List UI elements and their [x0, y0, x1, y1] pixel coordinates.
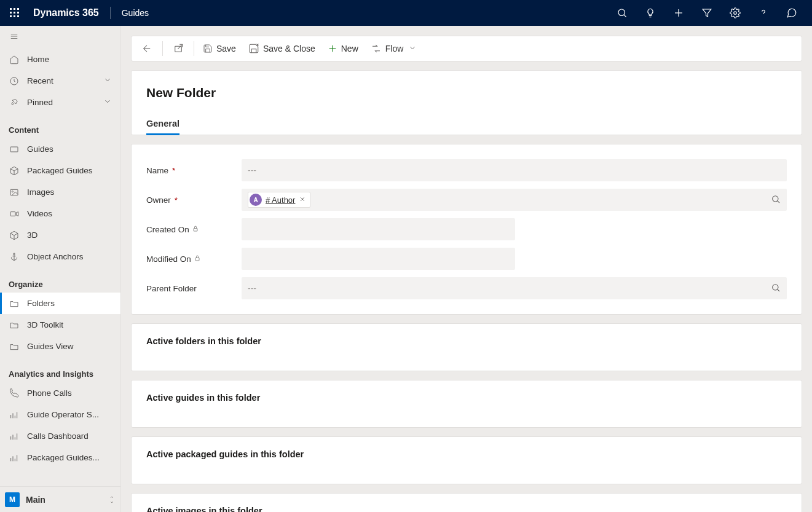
nav-phone-calls[interactable]: Phone Calls	[0, 382, 120, 404]
section-title: Active folders in this folder	[146, 336, 787, 346]
save-close-button[interactable]: Save & Close	[242, 36, 321, 61]
owner-chip-name[interactable]: # Author	[266, 195, 295, 205]
hamburger-icon	[9, 32, 20, 41]
nav-label: Videos	[27, 209, 52, 218]
arrow-left-icon	[141, 43, 152, 54]
settings-button[interactable]	[721, 0, 749, 26]
popout-icon	[173, 43, 184, 54]
owner-chip[interactable]: A # Author	[248, 192, 310, 208]
lookup-search-button[interactable]	[771, 194, 781, 206]
nav-guides-view[interactable]: Guides View	[0, 336, 120, 357]
nav-3d[interactable]: 3D	[0, 224, 120, 246]
nav-object-anchors[interactable]: Object Anchors	[0, 246, 120, 267]
messenger-button[interactable]	[778, 0, 806, 26]
section-title: Active guides in this folder	[146, 393, 787, 403]
name-input[interactable]: ---	[242, 159, 787, 181]
search-icon	[771, 283, 781, 293]
app-name-label[interactable]: Guides	[122, 8, 149, 18]
open-new-button[interactable]	[165, 36, 191, 61]
nav-guides[interactable]: Guides	[0, 138, 120, 160]
svg-point-40	[773, 195, 778, 201]
assistant-button[interactable]	[636, 0, 664, 26]
nav-videos[interactable]: Videos	[0, 203, 120, 224]
field-label: Name	[146, 166, 168, 175]
section-active-packaged-guides: Active packaged guides in this folder	[131, 436, 802, 484]
funnel-icon	[701, 7, 712, 18]
add-button[interactable]	[664, 0, 693, 26]
parent-folder-lookup[interactable]: ---	[242, 277, 787, 299]
nav-label: Packaged Guides	[27, 166, 93, 175]
filter-button[interactable]	[693, 0, 721, 26]
search-button[interactable]	[608, 0, 636, 26]
field-parent-folder-row: Parent Folder ---	[146, 274, 787, 303]
nav-home[interactable]: Home	[0, 49, 120, 70]
nav-label: Calls Dashboard	[27, 431, 89, 441]
owner-lookup[interactable]: A # Author	[242, 189, 787, 211]
package-icon	[9, 165, 20, 176]
svg-rect-14	[10, 211, 15, 216]
nav-label: 3D Toolkit	[27, 320, 63, 329]
svg-point-44	[773, 284, 778, 289]
svg-rect-11	[10, 147, 18, 152]
svg-rect-32	[175, 46, 182, 52]
question-icon	[758, 7, 769, 18]
plus-icon	[328, 44, 337, 53]
lookup-search-button[interactable]	[771, 283, 781, 294]
nav-pinned[interactable]: Pinned	[0, 92, 120, 113]
nav-operator-sessions[interactable]: Guide Operator S...	[0, 404, 120, 425]
svg-marker-15	[16, 211, 18, 216]
svg-line-45	[778, 289, 779, 291]
video-icon	[9, 208, 20, 219]
nav-label: Home	[27, 55, 49, 64]
nav-label: Packaged Guides...	[27, 453, 100, 462]
nav-recent[interactable]: Recent	[0, 70, 120, 92]
required-marker: *	[175, 195, 178, 205]
topbar-separator	[110, 7, 111, 19]
plus-icon	[673, 7, 684, 18]
updown-icon	[108, 495, 116, 505]
search-icon	[617, 7, 628, 18]
nav-packaged-guides-report[interactable]: Packaged Guides...	[0, 447, 120, 468]
field-label: Parent Folder	[146, 284, 197, 293]
save-close-icon	[248, 43, 259, 54]
tab-general[interactable]: General	[146, 119, 179, 135]
section-title: Active packaged guides in this folder	[146, 449, 787, 459]
new-button[interactable]: New	[321, 36, 365, 61]
section-active-guides: Active guides in this folder	[131, 380, 802, 428]
nav-calls-dashboard[interactable]: Calls Dashboard	[0, 425, 120, 447]
top-navigation-bar: Dynamics 365 Guides	[0, 0, 812, 26]
save-button[interactable]: Save	[197, 36, 242, 61]
folder-icon	[9, 298, 20, 309]
sidebar-toggle-button[interactable]	[0, 26, 120, 49]
chart-icon	[9, 452, 20, 463]
svg-marker-4	[703, 9, 711, 17]
nav-images[interactable]: Images	[0, 181, 120, 203]
nav-label: Phone Calls	[27, 388, 72, 398]
cube-icon	[9, 230, 20, 241]
created-on-input	[242, 218, 515, 240]
svg-line-1	[624, 15, 626, 17]
help-button[interactable]	[749, 0, 778, 26]
phone-icon	[9, 388, 20, 399]
app-launcher-button[interactable]	[6, 0, 23, 26]
chart-icon	[9, 431, 20, 442]
home-icon	[9, 54, 20, 65]
svg-rect-42	[194, 228, 197, 231]
sidebar: Home Recent Pinned Content Guides Packag…	[0, 26, 121, 512]
main-content: Save Save & Close New Flow New Fo	[121, 26, 812, 512]
clock-icon	[9, 76, 20, 87]
nav-packaged-guides[interactable]: Packaged Guides	[0, 160, 120, 181]
view-picker[interactable]: M Main	[0, 486, 120, 512]
flow-button[interactable]: Flow	[365, 36, 424, 61]
field-label: Modified On	[146, 254, 191, 264]
nav-folders[interactable]: Folders	[0, 293, 120, 314]
form-header: New Folder General	[131, 70, 802, 135]
lock-icon	[194, 254, 201, 264]
form-scroll-area[interactable]: Name * --- Owner *	[131, 135, 802, 512]
flow-icon	[371, 43, 382, 54]
back-button[interactable]	[134, 36, 160, 61]
chevron-down-icon	[103, 76, 112, 86]
nav-3d-toolkit[interactable]: 3D Toolkit	[0, 314, 120, 336]
page-title: New Folder	[146, 85, 787, 100]
remove-chip-button[interactable]	[299, 195, 306, 205]
